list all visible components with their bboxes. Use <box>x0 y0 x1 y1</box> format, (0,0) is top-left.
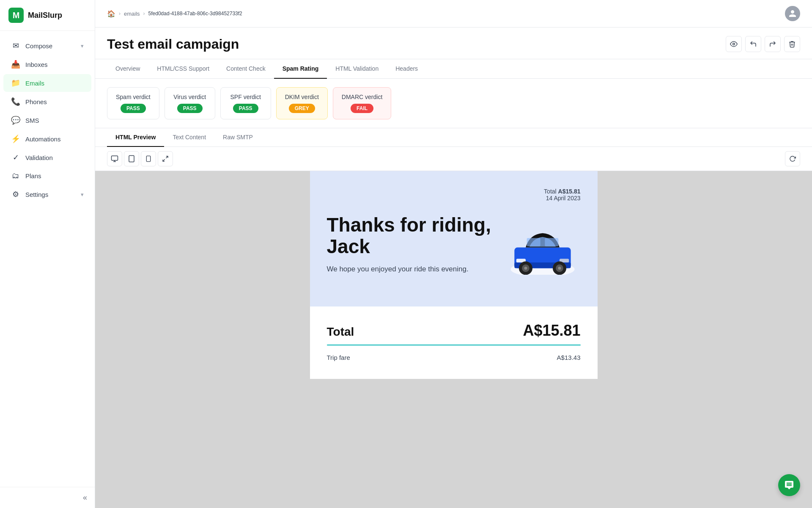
dmarc-verdict-label: DMARC verdict <box>342 94 382 100</box>
email-content: Total A$15.81 14 April 2023 Thanks for r… <box>310 171 598 379</box>
forward-button[interactable] <box>765 36 781 52</box>
sidebar-label-settings: Settings <box>25 191 48 198</box>
breadcrumb: 🏠 › emails › 5fed0dad-4188-47ab-806c-3d9… <box>107 10 242 18</box>
sms-icon: 💬 <box>11 116 20 125</box>
email-preview-wrapper: Total A$15.81 14 April 2023 Thanks for r… <box>310 171 598 508</box>
virus-verdict-badge: PASS <box>177 104 203 113</box>
home-icon[interactable]: 🏠 <box>107 10 115 18</box>
sidebar-label-automations: Automations <box>25 135 60 143</box>
email-meta-date: 14 April 2023 <box>546 195 581 202</box>
breadcrumb-separator-2: › <box>143 11 145 17</box>
breadcrumb-current-id: 5fed0dad-4188-47ab-806c-3d98452733f2 <box>148 11 242 17</box>
svg-line-8 <box>166 156 168 158</box>
email-meta-amount: A$15.81 <box>558 188 581 195</box>
tab-html-css[interactable]: HTML/CSS Support <box>148 59 218 79</box>
sidebar-footer: « <box>0 487 95 508</box>
breadcrumb-separator-1: › <box>119 11 121 17</box>
sidebar-label-sms: SMS <box>25 117 39 124</box>
emails-icon: 📁 <box>11 78 20 88</box>
chevron-down-icon: ▾ <box>81 43 84 49</box>
virus-verdict-label: Virus verdict <box>173 94 206 100</box>
sidebar-item-sms[interactable]: 💬 SMS <box>3 111 91 129</box>
virus-verdict-card: Virus verdict PASS <box>165 87 215 119</box>
svg-rect-1 <box>112 156 118 160</box>
reply-button[interactable] <box>745 36 761 52</box>
page-header: Test email campaign <box>95 28 812 59</box>
spam-verdict-badge: PASS <box>121 104 146 113</box>
device-bar <box>95 147 812 171</box>
preview-area: Total A$15.81 14 April 2023 Thanks for r… <box>95 171 812 508</box>
chevron-down-icon-settings: ▾ <box>81 191 84 198</box>
sidebar-item-emails[interactable]: 📁 Emails <box>3 74 91 92</box>
desktop-view-button[interactable] <box>107 151 122 166</box>
settings-icon: ⚙ <box>11 190 20 199</box>
main-content: 🏠 › emails › 5fed0dad-4188-47ab-806c-3d9… <box>95 0 812 508</box>
email-total-row: Total A$15.81 <box>327 322 581 340</box>
tablet-view-button[interactable] <box>124 151 139 166</box>
sidebar-label-compose: Compose <box>25 42 52 50</box>
email-hero: Total A$15.81 14 April 2023 Thanks for r… <box>310 171 598 306</box>
sidebar: M MailSlurp ✉ Compose ▾ 📥 Inboxes 📁 Emai… <box>0 0 95 508</box>
refresh-button[interactable] <box>785 151 800 166</box>
mobile-view-button[interactable] <box>141 151 156 166</box>
tab-html-preview[interactable]: HTML Preview <box>107 128 164 147</box>
tripfare-label: Trip fare <box>327 354 350 361</box>
sidebar-label-plans: Plans <box>25 172 41 179</box>
logo-name: MailSlurp <box>28 11 62 20</box>
email-body: Total A$15.81 Trip fare A$13.43 <box>310 306 598 379</box>
email-subtext: We hope you enjoyed your ride this eveni… <box>327 264 505 275</box>
tab-overview[interactable]: Overview <box>107 59 148 79</box>
dkim-verdict-card: DKIM verdict GREY <box>276 87 328 119</box>
view-button[interactable] <box>726 36 742 52</box>
delete-button[interactable] <box>784 36 800 52</box>
preview-tabs-bar: HTML Preview Text Content Raw SMTP <box>95 128 812 147</box>
spf-verdict-label: SPF verdict <box>230 94 261 100</box>
tripfare-amount: A$13.43 <box>557 354 581 361</box>
sidebar-label-inboxes: Inboxes <box>25 61 48 68</box>
logo-area: M MailSlurp <box>0 0 95 31</box>
plans-icon: 🗂 <box>11 171 20 180</box>
automations-icon: ⚡ <box>11 134 20 144</box>
sidebar-item-phones[interactable]: 📞 Phones <box>3 93 91 110</box>
tab-raw-smtp[interactable]: Raw SMTP <box>214 128 261 147</box>
email-line-item-tripfare: Trip fare A$13.43 <box>327 354 581 361</box>
dkim-verdict-badge: GREY <box>289 104 315 113</box>
tab-content-check[interactable]: Content Check <box>218 59 274 79</box>
main-tabs-bar: Overview HTML/CSS Support Content Check … <box>95 59 812 79</box>
svg-point-22 <box>558 267 561 270</box>
spam-verdict-card: Spam verdict PASS <box>107 87 159 119</box>
sidebar-item-validation[interactable]: ✓ Validation <box>3 149 91 166</box>
validation-icon: ✓ <box>11 153 20 162</box>
email-total-label: Total <box>327 325 354 339</box>
compose-icon: ✉ <box>11 41 20 50</box>
svg-rect-13 <box>545 238 558 246</box>
sidebar-label-phones: Phones <box>25 98 47 105</box>
car-illustration <box>505 224 581 275</box>
phones-icon: 📞 <box>11 97 20 106</box>
sidebar-item-plans[interactable]: 🗂 Plans <box>3 167 91 185</box>
tab-text-content[interactable]: Text Content <box>164 128 214 147</box>
email-meta: Total A$15.81 14 April 2023 <box>327 188 581 202</box>
sidebar-item-compose[interactable]: ✉ Compose ▾ <box>3 37 91 55</box>
dkim-verdict-label: DKIM verdict <box>285 94 319 100</box>
sidebar-label-emails: Emails <box>25 80 44 87</box>
breadcrumb-emails-link[interactable]: emails <box>124 11 140 17</box>
svg-line-9 <box>163 159 165 161</box>
tab-html-validation[interactable]: HTML Validation <box>327 59 387 79</box>
sidebar-item-settings[interactable]: ⚙ Settings ▾ <box>3 185 91 203</box>
topbar: 🏠 › emails › 5fed0dad-4188-47ab-806c-3d9… <box>95 0 812 28</box>
tab-headers[interactable]: Headers <box>387 59 426 79</box>
collapse-sidebar-button[interactable]: « <box>83 493 87 502</box>
email-hero-content: Thanks for riding, Jack We hope you enjo… <box>327 214 581 275</box>
verdict-row: Spam verdict PASS Virus verdict PASS SPF… <box>95 79 812 128</box>
dmarc-verdict-badge: FAIL <box>351 104 373 113</box>
user-avatar[interactable] <box>785 6 800 21</box>
chat-bubble-button[interactable] <box>778 474 800 496</box>
sidebar-item-inboxes[interactable]: 📥 Inboxes <box>3 55 91 73</box>
dmarc-verdict-card: DMARC verdict FAIL <box>333 87 391 119</box>
svg-point-0 <box>733 43 735 45</box>
sidebar-item-automations[interactable]: ⚡ Automations <box>3 130 91 148</box>
sidebar-nav: ✉ Compose ▾ 📥 Inboxes 📁 Emails 📞 Phones … <box>0 31 95 487</box>
tab-spam-rating[interactable]: Spam Rating <box>274 59 327 79</box>
fullscreen-button[interactable] <box>158 151 173 166</box>
